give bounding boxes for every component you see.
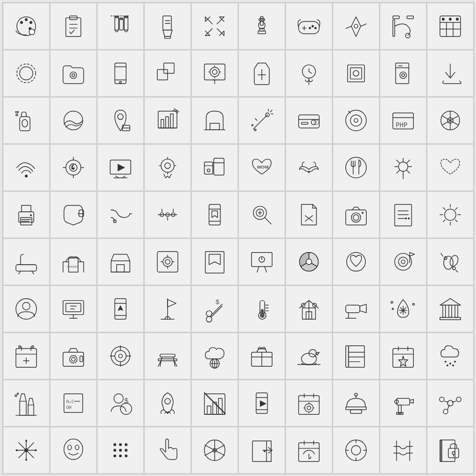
svg-point-238 xyxy=(306,259,312,265)
svg-rect-333 xyxy=(348,345,364,367)
svg-point-204 xyxy=(408,217,409,219)
svg-rect-101 xyxy=(210,123,219,130)
svg-line-164 xyxy=(407,160,409,163)
svg-point-416 xyxy=(124,454,127,457)
svg-point-128 xyxy=(25,174,28,177)
svg-line-216 xyxy=(32,271,34,274)
svg-rect-294 xyxy=(442,305,445,317)
icon-human-head xyxy=(51,192,96,238)
svg-rect-85 xyxy=(19,117,30,131)
svg-rect-98 xyxy=(170,114,173,128)
svg-rect-167 xyxy=(18,212,34,222)
icon-duck xyxy=(286,333,332,379)
icon-water-drop-star xyxy=(380,286,426,332)
svg-point-426 xyxy=(263,450,265,452)
svg-text:H₂C: H₂C xyxy=(66,399,74,404)
icon-cloud-internet xyxy=(192,333,238,379)
svg-line-234 xyxy=(264,266,266,272)
svg-rect-224 xyxy=(157,251,178,272)
icon-bacteria xyxy=(427,239,473,285)
icon-phone-play xyxy=(239,380,285,426)
svg-point-447 xyxy=(452,451,455,454)
svg-point-54 xyxy=(72,73,75,76)
svg-point-330 xyxy=(301,353,316,364)
svg-rect-12 xyxy=(124,17,128,30)
svg-text:PHP: PHP xyxy=(395,120,407,128)
icon-scissors-dollar: $ xyxy=(192,286,238,332)
icon-canada: CANADA xyxy=(51,239,96,285)
icon-3d-cube xyxy=(145,51,190,96)
icon-cloud-rain xyxy=(427,333,473,379)
svg-rect-26 xyxy=(258,31,265,34)
icon-camera-battery xyxy=(51,333,96,379)
svg-point-239 xyxy=(346,252,365,271)
icon-bank xyxy=(427,286,473,332)
svg-rect-317 xyxy=(160,354,175,357)
icon-grid: PHP MOM xyxy=(2,2,475,475)
svg-point-172 xyxy=(30,214,32,216)
svg-point-251 xyxy=(22,302,30,309)
icon-molecule xyxy=(427,380,473,426)
svg-line-162 xyxy=(396,160,399,163)
svg-point-360 xyxy=(165,398,170,404)
svg-rect-96 xyxy=(161,119,164,128)
svg-rect-381 xyxy=(345,407,366,409)
icon-rocket xyxy=(145,380,190,426)
icon-notebook xyxy=(333,333,379,379)
svg-rect-6 xyxy=(66,17,81,36)
svg-point-52 xyxy=(19,67,33,80)
svg-marker-283 xyxy=(359,304,366,312)
svg-point-412 xyxy=(119,449,122,452)
svg-text:$: $ xyxy=(215,298,219,306)
svg-point-433 xyxy=(351,445,360,455)
svg-point-292 xyxy=(392,308,393,309)
svg-rect-337 xyxy=(345,345,348,367)
svg-rect-371 xyxy=(298,395,319,414)
icon-user-dollar: $ xyxy=(98,380,143,426)
svg-rect-19 xyxy=(165,36,170,38)
svg-point-359 xyxy=(120,403,132,414)
svg-point-346 xyxy=(446,364,448,366)
svg-point-50 xyxy=(456,17,459,20)
icon-bats xyxy=(286,145,332,190)
svg-point-90 xyxy=(64,111,83,130)
svg-line-103 xyxy=(253,115,267,129)
icon-wifi xyxy=(3,145,49,190)
svg-point-152 xyxy=(345,157,366,178)
svg-point-117 xyxy=(350,115,361,126)
svg-rect-295 xyxy=(449,305,452,317)
icon-star-calendar xyxy=(380,333,426,379)
svg-rect-363 xyxy=(207,406,211,414)
svg-rect-10 xyxy=(115,17,119,30)
icon-document-dots xyxy=(380,192,426,238)
svg-point-65 xyxy=(212,69,217,74)
svg-line-395 xyxy=(447,405,449,409)
svg-rect-148 xyxy=(204,162,212,174)
icon-mom-heart: MOM xyxy=(239,145,285,190)
svg-line-268 xyxy=(211,306,222,317)
icon-billboard xyxy=(239,239,285,285)
icon-user-circle xyxy=(3,286,49,332)
svg-point-375 xyxy=(305,403,313,411)
svg-point-91 xyxy=(118,114,123,119)
icon-mobile xyxy=(98,51,143,96)
icon-shutter-pie xyxy=(286,239,332,285)
svg-rect-59 xyxy=(164,63,174,73)
icon-chimney-factory xyxy=(3,380,49,426)
svg-rect-77 xyxy=(350,68,361,79)
svg-text:CANADA: CANADA xyxy=(67,265,78,268)
svg-point-344 xyxy=(449,362,451,364)
svg-rect-97 xyxy=(166,117,169,128)
icon-pen-tool xyxy=(333,3,379,49)
svg-rect-168 xyxy=(21,205,31,212)
icon-printer xyxy=(3,192,49,238)
svg-point-390 xyxy=(439,397,444,402)
svg-point-37 xyxy=(308,27,311,29)
svg-text:OH: OH xyxy=(66,405,71,409)
svg-point-352 xyxy=(17,393,18,394)
icon-credit-card xyxy=(286,98,332,143)
svg-rect-309 xyxy=(80,356,83,362)
svg-point-250 xyxy=(16,298,36,319)
svg-rect-365 xyxy=(218,398,222,414)
svg-point-115 xyxy=(314,120,319,125)
